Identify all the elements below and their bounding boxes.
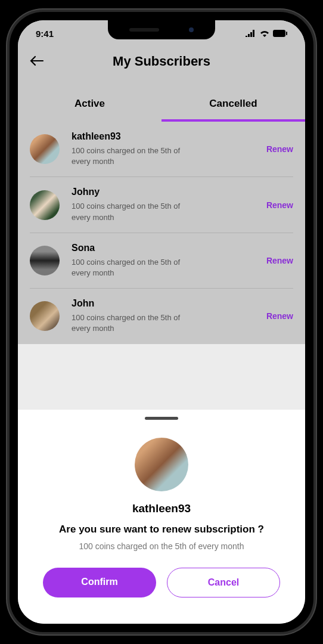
subscriber-desc: 100 coins charged on the 5th of every mo… (72, 312, 191, 334)
confirm-button[interactable]: Confirm (43, 568, 156, 597)
sheet-question: Are you sure want to renew subscription … (59, 524, 264, 535)
back-button[interactable] (30, 53, 44, 70)
subscriber-name: John (72, 298, 266, 309)
avatar (30, 134, 60, 164)
subscriber-name: Sona (72, 243, 266, 253)
subscriber-desc: 100 coins charged on the 5th of every mo… (72, 257, 191, 278)
subscriber-row: Johny 100 coins charged on the 5th of ev… (30, 177, 293, 233)
subscriber-desc: 100 coins charged on the 5th of every mo… (72, 201, 191, 222)
sheet-name: kathleen93 (132, 502, 191, 515)
wifi-icon (260, 30, 269, 37)
status-time: 9:41 (36, 29, 54, 39)
signal-icon (246, 30, 256, 37)
tab-active[interactable]: Active (18, 91, 162, 122)
svg-rect-0 (273, 30, 285, 37)
avatar (30, 190, 60, 220)
renew-button[interactable]: Renew (266, 311, 293, 321)
confirm-sheet: kathleen93 Are you sure want to renew su… (18, 410, 305, 624)
svg-rect-1 (286, 32, 287, 35)
tab-cancelled[interactable]: Cancelled (162, 91, 305, 122)
subscriber-row: Sona 100 coins charged on the 5th of eve… (30, 233, 293, 289)
avatar (30, 246, 60, 275)
cancel-button[interactable]: Cancel (167, 568, 280, 597)
renew-button[interactable]: Renew (266, 256, 293, 265)
sheet-desc: 100 coins charged on the 5th of every mo… (79, 541, 244, 551)
avatar (30, 301, 60, 331)
battery-icon (273, 30, 287, 37)
subscriber-name: Johny (72, 187, 266, 197)
sheet-handle[interactable] (145, 417, 178, 420)
page-title: My Subscribers (113, 54, 210, 69)
subscriber-row: kathleen93 100 coins charged on the 5th … (30, 122, 293, 177)
subscriber-row: John 100 coins charged on the 5th of eve… (30, 289, 293, 343)
renew-button[interactable]: Renew (266, 200, 293, 210)
sheet-avatar (135, 438, 188, 491)
subscriber-desc: 100 coins charged on the 5th of every mo… (72, 145, 191, 167)
renew-button[interactable]: Renew (266, 144, 293, 154)
subscriber-name: kathleen93 (72, 131, 266, 142)
arrow-left-icon (30, 55, 44, 66)
